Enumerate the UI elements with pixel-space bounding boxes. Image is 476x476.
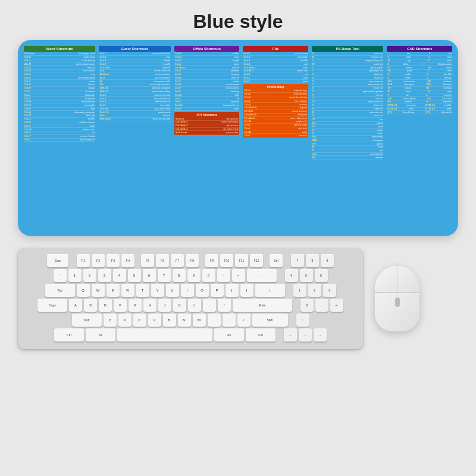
key-up[interactable]: ↑ — [296, 314, 309, 327]
key-f12[interactable]: F12 — [250, 254, 263, 267]
key-f2[interactable]: F2 — [92, 254, 105, 267]
key-o[interactable]: O — [196, 284, 209, 297]
key-num4[interactable]: 4 — [285, 269, 298, 282]
key-f10[interactable]: F10 — [220, 254, 233, 267]
key-num2[interactable]: 8 — [306, 254, 319, 267]
key-shift-l[interactable]: Shift — [72, 314, 102, 327]
key-del[interactable]: Del — [270, 254, 283, 267]
key-7[interactable]: 7 — [158, 269, 171, 282]
key-p[interactable]: P — [211, 284, 224, 297]
key-x[interactable]: X — [118, 314, 131, 327]
key-f1[interactable]: F1 — [77, 254, 90, 267]
key-v[interactable]: V — [148, 314, 161, 327]
key-left[interactable]: ← — [284, 328, 297, 342]
key-1[interactable]: 1 — [68, 269, 82, 282]
key-backslash[interactable]: \ — [255, 284, 285, 297]
key-3[interactable]: 3 — [98, 269, 111, 282]
key-num11[interactable]: . — [315, 299, 328, 312]
key-backtick[interactable]: ` — [54, 269, 67, 282]
key-b[interactable]: B — [163, 314, 176, 327]
key-5[interactable]: 5 — [128, 269, 141, 282]
key-tab[interactable]: Tab — [45, 284, 75, 297]
key-period[interactable]: . — [223, 314, 236, 327]
key-down[interactable]: ↓ — [299, 328, 312, 342]
key-f8[interactable]: F8 — [186, 254, 199, 267]
ps-basic-shortcuts: Vmove tool Mmarquee tool Lmagnetic lasso… — [312, 52, 383, 159]
keyboard: Esc F1 F2 F3 F4 F5 F6 F7 F8 F9 F10 F11 F… — [18, 248, 363, 349]
key-t[interactable]: T — [136, 284, 149, 297]
key-num9[interactable]: 3 — [323, 284, 336, 297]
key-semicolon[interactable]: ; — [203, 299, 216, 312]
key-comma[interactable]: , — [208, 314, 221, 327]
key-y[interactable]: Y — [151, 284, 164, 297]
key-num6[interactable]: 6 — [315, 269, 328, 282]
excel-shortcuts: Ctrl+1open number format Ctrl+Dcopy Ctrl… — [99, 52, 170, 121]
key-enter2[interactable]: ↵ — [330, 299, 343, 312]
key-8[interactable]: 8 — [173, 269, 186, 282]
key-z[interactable]: Z — [104, 314, 117, 327]
key-f9[interactable]: F9 — [205, 254, 218, 267]
key-6[interactable]: 6 — [143, 269, 156, 282]
key-esc[interactable]: Esc — [47, 254, 68, 267]
key-f5[interactable]: F5 — [141, 254, 154, 267]
key-f3[interactable]: F3 — [107, 254, 120, 267]
key-ctrl-r[interactable]: Ctrl — [246, 328, 275, 342]
key-ctrl-l[interactable]: Ctrl — [54, 328, 84, 342]
key-rbracket[interactable]: ] — [240, 284, 253, 297]
key-f6[interactable]: F6 — [156, 254, 169, 267]
key-i[interactable]: I — [181, 284, 194, 297]
key-0[interactable]: 0 — [202, 269, 215, 282]
key-w[interactable]: W — [92, 284, 105, 297]
key-caps[interactable]: Caps — [37, 299, 67, 312]
cad-section: CAD Shortcuts LlineAarc CcircleTmtext XL… — [386, 45, 453, 231]
key-k[interactable]: K — [173, 299, 186, 312]
mouse-scroll-wheel[interactable] — [395, 298, 400, 307]
word-shortcuts: Ctrl+Enterforced page break Ctrl+Dsingle… — [24, 52, 95, 142]
key-h[interactable]: H — [143, 299, 156, 312]
key-s[interactable]: S — [84, 299, 97, 312]
word-header: Word Shortcuts — [24, 46, 95, 52]
ppt-header: PPT Shortcuts — [175, 112, 239, 117]
key-j[interactable]: J — [158, 299, 171, 312]
key-alt-l[interactable]: Alt — [86, 328, 115, 342]
key-9[interactable]: 9 — [187, 269, 201, 282]
key-f7[interactable]: F7 — [171, 254, 184, 267]
key-num10[interactable]: 0 — [300, 299, 314, 312]
key-u[interactable]: U — [166, 284, 179, 297]
key-r[interactable]: R — [121, 284, 134, 297]
key-c[interactable]: C — [133, 314, 146, 327]
key-a[interactable]: A — [69, 299, 82, 312]
key-right[interactable]: → — [314, 328, 327, 342]
key-f4[interactable]: F4 — [121, 254, 134, 267]
key-num3[interactable]: 9 — [321, 254, 334, 267]
key-q[interactable]: Q — [77, 284, 90, 297]
key-backspace[interactable]: ← — [247, 269, 277, 282]
key-g[interactable]: G — [129, 299, 142, 312]
key-slash[interactable]: / — [237, 314, 250, 327]
key-num1[interactable]: 7 — [291, 254, 304, 267]
mouse-left-button[interactable] — [375, 266, 397, 292]
key-num7[interactable]: 1 — [293, 284, 306, 297]
file-header: File — [243, 46, 308, 52]
key-d[interactable]: D — [99, 299, 112, 312]
mouse-right-button[interactable] — [397, 266, 419, 292]
key-num5[interactable]: 5 — [300, 269, 313, 282]
key-f11[interactable]: F11 — [235, 254, 248, 267]
key-l[interactable]: L — [188, 299, 201, 312]
key-n[interactable]: N — [178, 314, 191, 327]
key-shift-r[interactable]: Shift — [252, 314, 288, 327]
key-space[interactable] — [117, 328, 212, 342]
key-m[interactable]: M — [193, 314, 206, 327]
key-equals[interactable]: = — [232, 269, 245, 282]
key-alt-r[interactable]: Alt — [214, 328, 244, 342]
key-2[interactable]: 2 — [83, 269, 96, 282]
key-minus[interactable]: - — [217, 269, 230, 282]
key-4[interactable]: 4 — [113, 269, 126, 282]
key-enter[interactable]: Enter — [233, 299, 292, 312]
key-lbracket[interactable]: [ — [226, 284, 239, 297]
key-quote[interactable]: ' — [218, 299, 231, 312]
office-shortcuts: Ctrl+Sread file Ctrl+Dclose Ctrl+Rfill r… — [174, 52, 240, 111]
key-num8[interactable]: 2 — [308, 284, 321, 297]
key-e[interactable]: E — [107, 284, 120, 297]
key-f[interactable]: F — [114, 299, 127, 312]
